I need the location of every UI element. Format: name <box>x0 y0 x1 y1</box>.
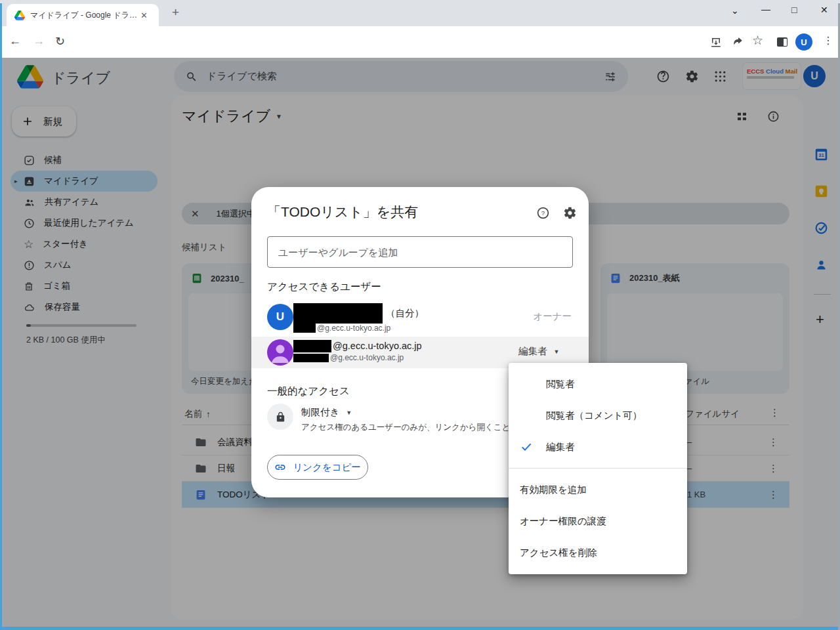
browser-toolbar: ← → ↻ drive.google.com/drive/my-drive ☆ … <box>0 26 840 58</box>
copy-link-button[interactable]: リンクをコピー <box>267 455 368 480</box>
menu-item-label: オーナー権限の譲渡 <box>520 515 606 528</box>
owner-self-label: （自分） <box>386 307 424 320</box>
general-access-dropdown[interactable]: 制限付き ▼ <box>301 406 352 419</box>
bookmark-star-icon[interactable]: ☆ <box>752 33 763 48</box>
editor-email: @g.ecc.u-tokyo.ac.jp <box>330 353 404 362</box>
lock-icon <box>275 411 286 423</box>
window-border-bottom <box>0 627 840 630</box>
redacted-email-prefix <box>293 354 329 362</box>
role-dropdown-menu: 閲覧者 閲覧者（コメント可） 編集者 有効期限を追加 オーナー権限の譲渡 アクセ… <box>509 363 687 574</box>
copy-link-label: リンクをコピー <box>293 461 361 474</box>
person-silhouette-icon <box>267 339 293 366</box>
menu-item-editor-selected[interactable]: 編集者 <box>509 431 687 463</box>
menu-item-label: 編集者 <box>546 441 575 453</box>
minimize-button[interactable]: — <box>761 4 770 14</box>
redacted-name <box>293 303 383 324</box>
close-window-button[interactable]: ✕ <box>820 5 828 15</box>
install-icon[interactable] <box>710 36 722 48</box>
restricted-label: 制限付き <box>301 406 339 419</box>
browser-profile-avatar[interactable]: U <box>795 33 812 51</box>
checkmark-icon <box>520 440 533 453</box>
tab-strip: マイドライブ - Google ドライブ ✕ + ⌄ — □ ✕ <box>0 0 840 26</box>
editor-name-suffix: @g.ecc.u-tokyo.ac.jp <box>333 341 422 351</box>
maximize-button[interactable]: □ <box>791 5 797 15</box>
drive-favicon <box>14 10 25 20</box>
current-role-label: 編集者 <box>518 345 547 358</box>
general-access-label: 一般的なアクセス <box>267 385 350 398</box>
owner-user-row: U （自分） @g.ecc.u-tokyo.ac.jp オーナー <box>251 300 589 337</box>
window-border-left <box>0 3 2 630</box>
browser-window: マイドライブ - Google ドライブ ✕ + ⌄ — □ ✕ ← → ↻ d… <box>0 0 840 630</box>
browser-tab[interactable]: マイドライブ - Google ドライブ ✕ <box>7 4 159 26</box>
reload-icon[interactable]: ↻ <box>55 34 65 49</box>
tab-title: マイドライブ - Google ドライブ <box>30 10 140 21</box>
tab-search-icon[interactable]: ⌄ <box>731 5 739 16</box>
share-icon[interactable] <box>732 36 744 48</box>
menu-item-label: 閲覧者（コメント可） <box>546 410 642 422</box>
new-tab-button[interactable]: + <box>172 5 179 20</box>
editor-avatar <box>267 339 293 366</box>
dropdown-arrow-icon: ▼ <box>554 348 560 355</box>
dialog-help-icon[interactable]: ? <box>536 206 550 220</box>
access-section-label: アクセスできるユーザー <box>267 280 381 294</box>
svg-text:?: ? <box>541 209 545 217</box>
menu-item-remove-access[interactable]: アクセス権を削除 <box>509 537 687 568</box>
restricted-icon-circle <box>267 404 293 430</box>
owner-avatar: U <box>267 304 293 330</box>
menu-item-transfer-ownership[interactable]: オーナー権限の譲渡 <box>509 505 687 537</box>
role-dropdown-trigger[interactable]: 編集者 ▼ <box>518 345 559 358</box>
menu-item-label: 有効期限を追加 <box>520 484 587 496</box>
add-people-input[interactable] <box>267 236 573 268</box>
owner-email: @g.ecc.u-tokyo.ac.jp <box>317 324 390 333</box>
side-panel-icon[interactable] <box>777 37 788 47</box>
menu-item-commenter[interactable]: 閲覧者（コメント可） <box>509 400 687 431</box>
browser-menu-icon[interactable]: ⋮ <box>823 34 833 47</box>
redacted-email-prefix <box>293 324 316 333</box>
redacted-name <box>293 340 331 352</box>
menu-item-label: アクセス権を削除 <box>520 547 597 559</box>
link-icon <box>274 461 286 473</box>
menu-divider <box>509 468 687 469</box>
dialog-settings-icon[interactable] <box>563 206 577 220</box>
restricted-description: アクセス権のあるユーザーのみが、リンクから開くことがで <box>301 422 527 433</box>
owner-role-label: オーナー <box>533 310 572 323</box>
menu-item-label: 閲覧者 <box>546 378 575 390</box>
tab-close-icon[interactable]: ✕ <box>140 10 148 20</box>
dialog-title: 「TODOリスト」を共有 <box>267 203 418 221</box>
menu-item-add-expiration[interactable]: 有効期限を追加 <box>509 474 687 505</box>
menu-item-viewer[interactable]: 閲覧者 <box>509 368 687 400</box>
forward-icon[interactable]: → <box>33 34 45 48</box>
back-icon[interactable]: ← <box>9 34 21 48</box>
dropdown-arrow-icon: ▼ <box>346 410 352 416</box>
